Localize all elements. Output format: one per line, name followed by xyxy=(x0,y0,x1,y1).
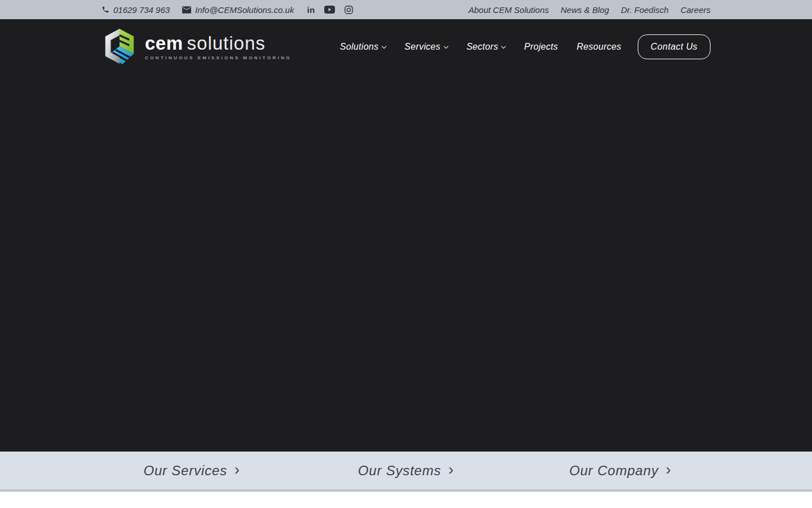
chevron-down-icon xyxy=(501,43,506,48)
chevron-down-icon xyxy=(444,43,448,48)
nav-item-resources[interactable]: Resources xyxy=(577,42,621,52)
footer-links-inner: Our Services › Our Systems › Our Company… xyxy=(85,463,727,479)
our-services-link[interactable]: Our Services › xyxy=(143,463,240,479)
header-inner: cemsolutions CONTINUOUS EMISSIONS MONITO… xyxy=(102,28,710,65)
logo-tagline: CONTINUOUS EMISSIONS MONITORING xyxy=(145,55,292,60)
our-systems-link[interactable]: Our Systems › xyxy=(358,463,454,479)
nav-item-services[interactable]: Services xyxy=(404,42,448,52)
chevron-right-icon: › xyxy=(666,462,672,478)
our-company-link[interactable]: Our Company › xyxy=(570,463,672,479)
footer-links-bar: Our Services › Our Systems › Our Company… xyxy=(0,452,812,492)
site-header: cemsolutions CONTINUOUS EMISSIONS MONITO… xyxy=(0,19,812,75)
topbar-contact-group: 01629 734 963 Info@CEMSolutions.co.uk in xyxy=(102,5,353,15)
main-nav: Solutions Services Sectors Projects Reso… xyxy=(340,34,710,59)
youtube-icon[interactable] xyxy=(324,6,335,14)
logo[interactable]: cemsolutions CONTINUOUS EMISSIONS MONITO… xyxy=(102,28,292,65)
logo-word-solutions: solutions xyxy=(187,33,266,54)
contact-us-button[interactable]: Contact Us xyxy=(638,34,710,59)
logo-text: cemsolutions CONTINUOUS EMISSIONS MONITO… xyxy=(145,34,292,60)
topbar-link-news-blog[interactable]: News & Blog xyxy=(561,5,609,15)
nav-item-solutions[interactable]: Solutions xyxy=(340,42,386,52)
page-bottom-whitespace xyxy=(0,492,812,506)
nav-item-projects[interactable]: Projects xyxy=(524,42,558,52)
chevron-down-icon xyxy=(382,43,386,48)
linkedin-icon[interactable]: in xyxy=(307,6,315,14)
instagram-icon[interactable] xyxy=(345,6,353,14)
topbar-links: About CEM Solutions News & Blog Dr. Foed… xyxy=(469,5,710,15)
phone-icon xyxy=(102,6,109,14)
chevron-right-icon: › xyxy=(235,462,240,478)
topbar-link-careers[interactable]: Careers xyxy=(681,5,710,15)
email-address: Info@CEMSolutions.co.uk xyxy=(195,5,294,15)
chevron-right-icon: › xyxy=(448,462,454,478)
email-link[interactable]: Info@CEMSolutions.co.uk xyxy=(182,5,294,15)
topbar-inner: 01629 734 963 Info@CEMSolutions.co.uk in xyxy=(102,5,710,15)
phone-number: 01629 734 963 xyxy=(113,5,170,15)
envelope-icon xyxy=(182,6,191,14)
social-links: in xyxy=(307,6,353,14)
nav-item-sectors[interactable]: Sectors xyxy=(466,42,505,52)
topbar-link-dr-foedisch[interactable]: Dr. Foedisch xyxy=(621,5,668,15)
topbar-link-about[interactable]: About CEM Solutions xyxy=(469,5,549,15)
logo-word-cem: cem xyxy=(145,33,183,54)
logo-cube-icon xyxy=(102,28,138,65)
hero-video-area xyxy=(0,75,812,452)
phone-link[interactable]: 01629 734 963 xyxy=(102,5,170,15)
topbar: 01629 734 963 Info@CEMSolutions.co.uk in xyxy=(0,0,812,19)
